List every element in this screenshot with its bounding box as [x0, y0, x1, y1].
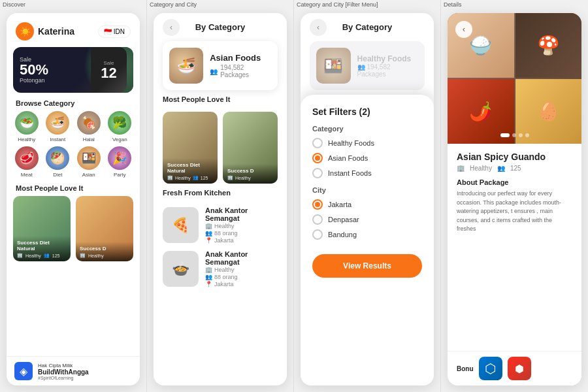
kitchen-img-1: 🍕 [163, 207, 199, 243]
love-card-grid: Success Diet Natural 🏢 Healthy 👥 125 Suc… [7, 196, 140, 261]
panel-label-discover: Discover [0, 0, 28, 9]
flag-emoji: 🇮🇩 [104, 28, 112, 35]
love-card-2-overlay: Success D 🏢 Healthy [76, 242, 133, 261]
radio-jakarta-label: Jakarta [328, 201, 351, 208]
flag-selector[interactable]: 🇮🇩 IDN [98, 25, 131, 38]
category-title: By Category [195, 22, 246, 32]
cat-img-circle: 🍜 [169, 48, 203, 84]
k2-badge: Healthy [214, 267, 235, 273]
radio-healthy-label: Healthy Foods [328, 139, 374, 147]
back-button[interactable]: ‹ [163, 19, 180, 36]
filter-cat-healthy[interactable]: Healthy Foods [312, 138, 422, 148]
filter-cat-instant[interactable]: Instant Foods [312, 168, 422, 178]
radio-bandung-label: Bandung [328, 231, 357, 238]
kitchen-card-1[interactable]: 🍕 Anak Kantor Semangat 🏢 Healthy 👥 88 or… [163, 206, 278, 244]
p2-fresh-title: Fresh From Kitchen [154, 184, 287, 200]
details-content: Asian Spicy Guando 🏢 Healthy 👥 125 About… [448, 144, 581, 242]
details-back-button[interactable]: ‹ [455, 21, 472, 38]
p3-back-button[interactable]: ‹ [310, 19, 327, 36]
k2-health-icon: 🏢 [205, 267, 212, 273]
radio-asian [312, 153, 323, 163]
featured-cat-info: Asian Foods 👥 194,582 Packages [210, 53, 271, 78]
promo-banner[interactable]: Sale 50% Potongan Sale 12 [13, 47, 133, 93]
details-screen: ‹ 🍚 🍄 🌶️ 🥚 Asian Spicy Guando 🏢 Healthy … [448, 13, 581, 385]
radio-instant-label: Instant Foods [328, 169, 372, 177]
p2-health-icon-2: 🏢 [227, 175, 233, 180]
view-results-button[interactable]: View Results [312, 254, 422, 278]
meta-health-icon: 🏢 [457, 165, 465, 172]
love-card-1-overlay: Success Diet Natural 🏢 Healthy 👥 125 [13, 236, 71, 261]
flag-text: IDN [114, 28, 125, 35]
logo-icon: ☀️ [16, 22, 34, 41]
cat-label-halal: Halal [83, 137, 95, 142]
discover-scroll: Browse Category 🥗 Healthy 🍜 Instant 🍖 Ha… [7, 93, 140, 385]
browse-category-title: Browse Category [7, 93, 140, 111]
k2-people: 88 orang [214, 274, 238, 280]
count: 125 [52, 253, 60, 258]
k2-people-icon: 👥 [205, 274, 212, 280]
cat-item-halal[interactable]: 🍖 Halal [75, 111, 103, 142]
radio-denpasar-label: Denpasar [328, 216, 359, 223]
p3-title: By Category [342, 22, 393, 32]
cat-item-party[interactable]: 🎉 Party [106, 146, 134, 178]
kitchen-meta-2c: 📍 Jakarta [205, 281, 278, 287]
filter-city-denpasar[interactable]: Denpasar [312, 214, 422, 225]
p2-love-card-1-meta: 🏢 Healthy 👥 125 [167, 175, 213, 180]
p3-header: ‹ By Category [301, 13, 434, 41]
filter-city-bandung[interactable]: Bandung [312, 229, 422, 240]
filter-city-section: City Jakarta Denpasar Bandung [312, 186, 422, 240]
health-icon: 🏢 [17, 253, 23, 258]
k2-city-icon: 📍 [205, 281, 212, 287]
cat-img-healthy: 🥗 [15, 111, 39, 135]
cat-item-vegan[interactable]: 🥦 Vegan [106, 111, 134, 142]
cat-item-asian[interactable]: 🍱 Asian [75, 146, 103, 178]
cat-item-instant[interactable]: 🍜 Instant [44, 111, 72, 142]
love-card-1-meta: 🏢 Healthy 👥 125 [17, 253, 67, 258]
watermark: ◈ Hak Cipta Milik BuildWithAngga #Spirit… [7, 356, 140, 385]
p3-cat-name: Healthy Foods [357, 54, 418, 63]
k-badge: Healthy [214, 223, 235, 229]
badge-healthy: Healthy [25, 253, 41, 258]
cat-item-meat[interactable]: 🥩 Meat [13, 146, 41, 178]
k2-city: Jakarta [214, 281, 234, 287]
watermark-sub: #SpiritOfLearning [38, 376, 89, 380]
kitchen-meta-1a: 🏢 Healthy [205, 223, 278, 229]
filter-modal: Set Filters (2) Category Healthy Foods A… [301, 95, 434, 385]
filter-city-label: City [312, 186, 422, 194]
banner2-pct: 12 [101, 66, 116, 80]
cat-item-diet[interactable]: 🥙 Diet [44, 146, 72, 178]
meta-people-icon: 👥 [497, 165, 505, 172]
logo-text: Katerina [38, 26, 74, 37]
about-text: Introducing our perfect way for every oc… [457, 189, 572, 234]
k-health-icon: 🏢 [205, 223, 212, 229]
k-people: 88 orang [214, 230, 238, 237]
love-card-1[interactable]: Success Diet Natural 🏢 Healthy 👥 125 [13, 196, 71, 261]
laravel-icon: ⬢ [508, 357, 531, 380]
watermark-line1: Hak Cipta Milik [38, 363, 89, 368]
panel-label-category: Category and City [147, 0, 199, 9]
item-title: Asian Spicy Guando [457, 152, 572, 162]
kitchen-name-2: Anak Kantor Semangat [205, 250, 278, 266]
banner2: Sale 12 [91, 47, 127, 93]
cat-item-healthy[interactable]: 🥗 Healthy [13, 111, 41, 142]
radio-denpasar [312, 214, 323, 225]
filter-category-label: Category [312, 125, 422, 133]
cat-label-diet: Diet [53, 172, 62, 178]
filter-cat-asian[interactable]: Asian Foods [312, 153, 422, 163]
dot-3 [519, 133, 523, 137]
bonus-section: Bonu ⬡ ⬢ [448, 351, 581, 385]
filter-modal-title: Set Filters (2) [312, 106, 422, 117]
featured-cat-img: 🍜 [169, 48, 203, 84]
kitchen-card-2[interactable]: 🍲 Anak Kantor Semangat 🏢 Healthy 👥 88 or… [163, 250, 278, 287]
badge-healthy-2: Healthy [88, 253, 104, 258]
p2-love-card-1[interactable]: Success Diet Natural 🏢 Healthy 👥 125 [163, 112, 218, 184]
p3-cat-info: Healthy Foods 👥 194,582 Packages [357, 54, 418, 78]
kitchen-meta-1c: 📍 Jakarta [205, 237, 278, 244]
p2-love-card-2[interactable]: Success D 🏢 Healthy [223, 112, 278, 184]
featured-category-card[interactable]: 🍜 Asian Foods 👥 194,582 Packages [163, 41, 278, 90]
kitchen-section: 🍕 Anak Kantor Semangat 🏢 Healthy 👥 88 or… [154, 206, 287, 287]
filter-city-jakarta[interactable]: Jakarta [312, 199, 422, 210]
filter-category-section: Category Healthy Foods Asian Foods Insta… [312, 125, 422, 178]
love-card-2[interactable]: Success D 🏢 Healthy [76, 196, 133, 261]
kitchen-info-1: Anak Kantor Semangat 🏢 Healthy 👥 88 oran… [205, 206, 278, 244]
